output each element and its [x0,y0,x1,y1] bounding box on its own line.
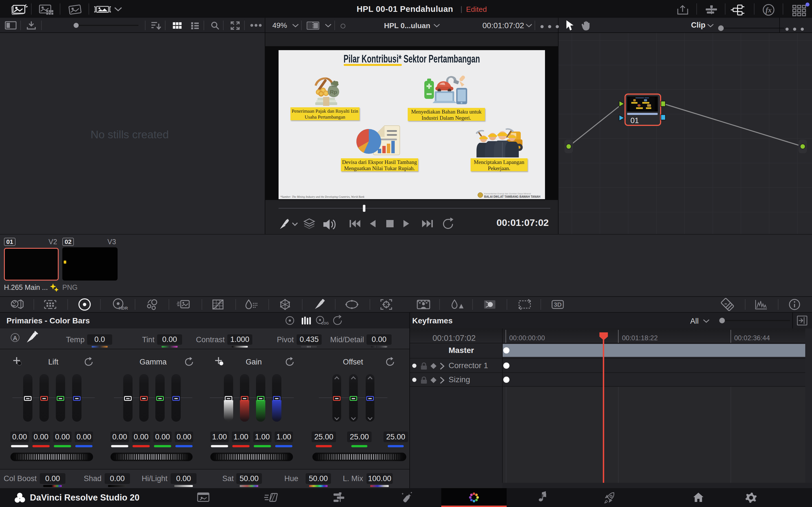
svg-text:fx: fx [765,6,772,14]
svg-text:Rp: Rp [330,89,337,95]
svg-text:01: 01 [630,116,639,125]
svg-text:3D: 3D [554,301,562,308]
svg-text:HDR: HDR [119,305,128,311]
svg-text:LOG: LOG [321,321,329,325]
